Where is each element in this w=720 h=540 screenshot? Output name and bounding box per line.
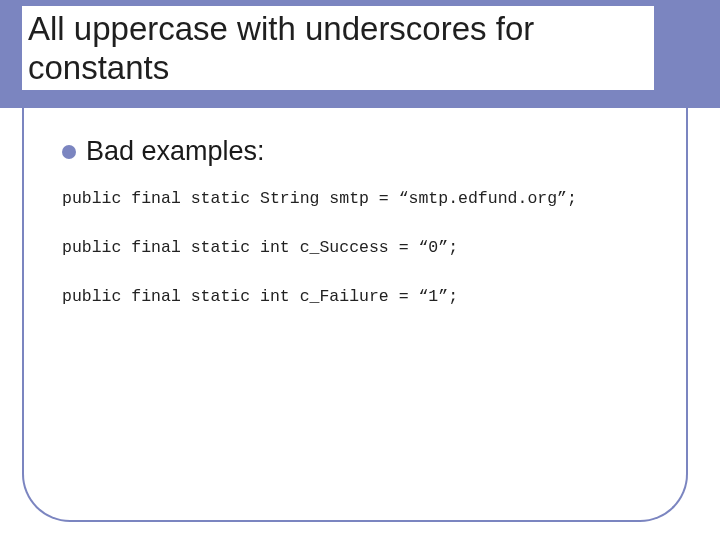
slide: All uppercase with underscores for const… (0, 0, 720, 540)
bullet-text: Bad examples: (86, 136, 265, 167)
title-box: All uppercase with underscores for const… (22, 6, 654, 93)
code-line-3: public final static int c_Failure = “1”; (62, 287, 656, 306)
bullet-icon (62, 145, 76, 159)
bullet-line: Bad examples: (62, 136, 656, 167)
code-line-1: public final static String smtp = “smtp.… (62, 189, 656, 208)
slide-title: All uppercase with underscores for const… (28, 10, 648, 88)
content-frame: Bad examples: public final static String… (22, 108, 688, 522)
code-line-2: public final static int c_Success = “0”; (62, 238, 656, 257)
